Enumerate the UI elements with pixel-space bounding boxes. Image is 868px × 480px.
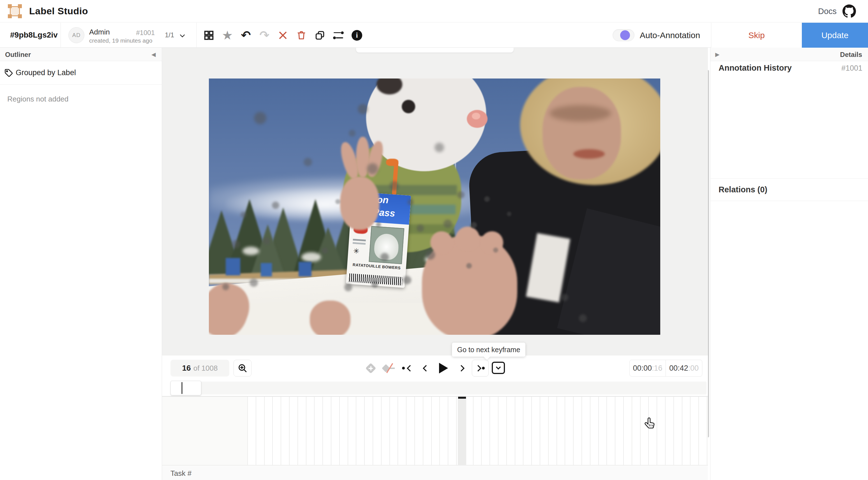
star-icon: ★ — [222, 28, 233, 42]
expand-right-icon[interactable]: ▶ — [715, 51, 719, 58]
annotation-history-title: Annotation History — [719, 63, 792, 72]
grid-view-button[interactable] — [199, 26, 218, 45]
magnifier-plus-icon — [238, 363, 248, 373]
task-footer: Task # — [162, 465, 708, 480]
collapse-left-icon[interactable]: ◀ — [151, 51, 156, 58]
next-keyframe-button[interactable] — [472, 360, 489, 377]
outliner-title: Outliner — [5, 51, 31, 59]
app-title: Label Studio — [29, 6, 88, 17]
redo-icon: ↷ — [259, 28, 269, 42]
tooltip-next-keyframe: Go to next keyframe — [452, 342, 525, 357]
current-time: 00:00 — [633, 364, 652, 372]
main-workspace: Season Pass 2011-12 ✳ RATATOUILLE BOWERS… — [162, 48, 708, 480]
sliders-icon — [333, 31, 344, 39]
next-keyframe-icon — [475, 365, 482, 371]
prev-frame-button[interactable] — [417, 360, 433, 377]
annotator-avatar[interactable]: AD — [68, 27, 84, 43]
info-icon: i — [351, 30, 362, 41]
settings-sliders-button[interactable] — [329, 26, 348, 45]
chevron-left-icon — [423, 365, 429, 371]
details-title: Details — [840, 51, 862, 59]
task-id: #9pb8Lgs2iv — [10, 31, 58, 39]
info-button[interactable]: i — [348, 26, 366, 45]
annotation-history-id: #1001 — [841, 64, 862, 72]
undo-button[interactable]: ↶ — [237, 26, 255, 45]
floating-toolbar-edge — [356, 48, 514, 53]
keyframe-slash-icon — [382, 362, 397, 374]
docs-link[interactable]: Docs — [818, 7, 837, 16]
keyframe-interpolation-button[interactable] — [381, 360, 397, 377]
trash-icon — [296, 30, 307, 41]
task-toolbar: #9pb8Lgs2iv AD Admin #1001 created, 19 m… — [0, 23, 868, 48]
auto-annotation-toggle[interactable] — [613, 29, 634, 41]
duplicate-annotation-button[interactable] — [311, 26, 329, 45]
time-display: 00:00:16 00:42:00 — [629, 360, 702, 377]
timeline-grid[interactable] — [247, 397, 708, 465]
video-frame[interactable]: Season Pass 2011-12 ✳ RATATOUILLE BOWERS — [209, 79, 660, 335]
group-by-label-text: Grouped by Label — [16, 68, 76, 77]
next-frame-button[interactable] — [454, 360, 470, 377]
star-ground-truth-button[interactable]: ★ — [218, 26, 237, 45]
x-icon — [278, 31, 288, 40]
keyframe-add-button[interactable] — [363, 360, 378, 377]
annotator-name[interactable]: Admin — [89, 28, 110, 36]
task-label: Task # — [170, 469, 191, 478]
outliner-panel: Outliner ◀ Grouped by Label Regions not … — [0, 48, 162, 480]
reset-button[interactable] — [274, 26, 292, 45]
undo-icon: ↶ — [241, 28, 251, 42]
group-by-label-selector[interactable]: Grouped by Label — [0, 61, 162, 85]
zoom-in-button[interactable] — [234, 360, 251, 377]
prev-keyframe-button[interactable] — [399, 360, 415, 377]
annotation-id: #1001 — [127, 29, 155, 37]
seekbar-track[interactable] — [170, 382, 707, 394]
tag-icon — [4, 69, 13, 77]
app-header: Label Studio Docs — [0, 0, 868, 23]
annotation-pager: 1/1 — [165, 31, 174, 39]
details-panel: ▶ Details Annotation History #1001 Relat… — [710, 48, 868, 480]
keyframe-add-icon — [365, 363, 376, 373]
skip-button[interactable]: Skip — [711, 23, 802, 48]
frame-total: of 1008 — [193, 364, 218, 372]
play-button[interactable] — [436, 360, 452, 377]
relations-section[interactable]: Relations (0) — [710, 178, 868, 201]
annotation-created: created, 19 minutes ago — [89, 37, 152, 44]
delete-annotation-button[interactable] — [292, 26, 311, 45]
timeline-collapse-button[interactable] — [492, 362, 505, 374]
copy-icon — [315, 30, 325, 41]
chevron-down-icon — [496, 364, 501, 369]
seekbar-position-indicator — [181, 382, 183, 394]
total-time: 00:42 — [669, 364, 688, 372]
chevron-right-icon — [458, 365, 465, 371]
timeline-current-frame-marker[interactable] — [458, 397, 466, 399]
frames-timeline[interactable] — [162, 396, 708, 465]
frame-counter[interactable]: 16 of 1008 — [170, 360, 229, 377]
prev-keyframe-icon — [402, 367, 405, 369]
auto-annotation-label: Auto-Annotation — [640, 31, 700, 40]
seekbar-viewport[interactable] — [170, 381, 201, 395]
label-studio-logo-icon[interactable] — [8, 4, 22, 18]
frame-current: 16 — [182, 364, 191, 372]
redo-button[interactable]: ↷ — [255, 26, 274, 45]
play-icon — [439, 363, 448, 373]
annotations-dropdown-chevron-icon[interactable] — [181, 33, 184, 38]
timeline-current-frame-column — [458, 397, 466, 465]
relations-title: Relations (0) — [719, 185, 767, 194]
github-icon[interactable] — [842, 4, 856, 18]
update-button[interactable]: Update — [802, 23, 868, 48]
regions-empty-message: Regions not added — [7, 95, 68, 103]
